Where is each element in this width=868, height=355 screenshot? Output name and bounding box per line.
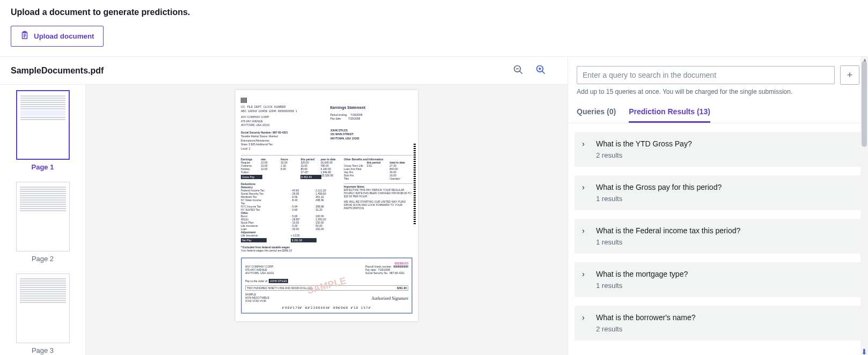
result-count: 1 results [596, 238, 853, 246]
thumb-label: Page 3 [9, 346, 77, 354]
thumb-label: Page 2 [9, 255, 77, 263]
zoom-in-button[interactable] [535, 64, 546, 77]
clipboard-icon [20, 31, 30, 42]
result-count: 2 results [596, 151, 853, 159]
result-count: 1 results [596, 282, 853, 290]
thumb-page-1[interactable]: Page 1 [9, 90, 77, 171]
chevron-right-icon: › [582, 226, 585, 235]
thumb-preview [16, 90, 70, 160]
result-item[interactable]: › What is the Gross pay for this period?… [575, 175, 862, 210]
result-count: 2 results [596, 325, 853, 333]
chevron-right-icon: › [582, 139, 585, 148]
result-item[interactable]: › What is the borrower's name? 2 results [575, 306, 862, 341]
zoom-out-button[interactable] [513, 64, 524, 77]
result-item[interactable]: › What is the YTD Gross Pay? 2 results [575, 132, 862, 167]
scrollbar[interactable]: ▲ ⬇ [860, 57, 868, 355]
thumb-page-3[interactable]: Page 3 [9, 273, 77, 354]
results-list: › What is the YTD Gross Pay? 2 results ›… [568, 123, 868, 355]
result-question: What is the Gross pay for this period? [596, 183, 853, 191]
query-hint: Add up to 15 queries at once. You will b… [568, 88, 868, 102]
result-item[interactable]: › What is the Federal income tax this pe… [575, 219, 862, 254]
svg-line-9 [542, 71, 545, 74]
upload-label: Upload document [34, 32, 94, 40]
page-title: Upload a document to generate prediction… [11, 8, 857, 17]
chevron-right-icon: › [582, 183, 585, 191]
tab-results[interactable]: Prediction Results (13) [629, 102, 710, 123]
document-viewer[interactable]: CO. FILE DEPT. CLOCK NUMBER ABC 126543 1… [86, 85, 568, 355]
chevron-right-icon: › [582, 313, 585, 322]
document-page: CO. FILE DEPT. CLOCK NUMBER ABC 126543 1… [236, 90, 418, 321]
result-count: 1 results [596, 195, 853, 203]
result-question: What is the borrower's name? [596, 313, 853, 322]
plus-icon: + [847, 70, 853, 81]
thumb-preview [16, 273, 70, 343]
result-question: What is the mortgage type? [596, 270, 853, 278]
result-question: What is the Federal income tax this peri… [596, 226, 853, 235]
thumb-page-2[interactable]: Page 2 [9, 182, 77, 263]
scrollbar-thumb[interactable] [862, 61, 867, 147]
thumb-label: Page 1 [9, 163, 77, 171]
result-question: What is the YTD Gross Pay? [596, 139, 853, 148]
thumb-preview [16, 182, 70, 252]
thumbnail-panel: Page 1 Page 2 Page 3 [0, 85, 86, 355]
tab-queries[interactable]: Queries (0) [577, 102, 616, 123]
add-query-button[interactable]: + [840, 65, 859, 85]
zoom-out-icon [513, 69, 524, 77]
chevron-right-icon: › [582, 270, 585, 278]
zoom-in-icon [535, 69, 546, 77]
result-item[interactable]: › What is the mortgage type? 1 results [575, 262, 862, 297]
svg-line-6 [520, 71, 523, 74]
upload-document-button[interactable]: Upload document [11, 26, 104, 47]
document-name: SampleDocuments.pdf [11, 66, 104, 76]
query-input[interactable] [577, 66, 835, 84]
scroll-down-icon[interactable]: ⬇ [861, 347, 867, 355]
